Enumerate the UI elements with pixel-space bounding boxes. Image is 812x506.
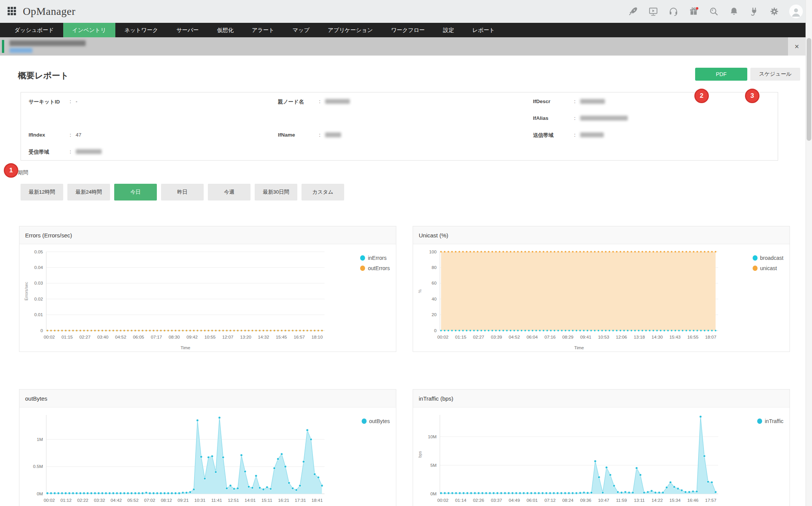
nav-tab[interactable]: アプリケーション bbox=[319, 23, 382, 37]
svg-text:16:21: 16:21 bbox=[278, 498, 289, 503]
chart-legend: outBytes bbox=[362, 418, 390, 424]
field-ifname: IfName : bbox=[278, 132, 533, 149]
svg-text:10:31: 10:31 bbox=[194, 498, 205, 503]
svg-text:00:02: 00:02 bbox=[44, 498, 55, 503]
svg-text:06:05: 06:05 bbox=[133, 334, 144, 339]
top-bar: OpManager bbox=[0, 0, 812, 23]
svg-text:18:07: 18:07 bbox=[705, 334, 716, 339]
field-rx-bandwidth: 受信帯域 : bbox=[29, 149, 278, 165]
bell-icon[interactable] bbox=[729, 6, 739, 17]
svg-text:12:07: 12:07 bbox=[222, 334, 233, 339]
chart-panel-outbytes: outBytes 1M0.5M0M00:0201:1202:2203:3204:… bbox=[19, 389, 396, 506]
svg-text:01:15: 01:15 bbox=[62, 334, 73, 339]
svg-text:%: % bbox=[418, 289, 422, 293]
headset-icon[interactable] bbox=[668, 6, 678, 17]
chart-title: Errors (Errors/sec) bbox=[19, 226, 396, 244]
search-icon[interactable] bbox=[708, 6, 719, 17]
plug-icon[interactable] bbox=[749, 6, 759, 17]
presentation-icon[interactable] bbox=[648, 6, 658, 17]
nav-tab[interactable]: 仮想化 bbox=[208, 23, 243, 37]
nav-tab[interactable]: ネットワーク bbox=[115, 23, 168, 37]
nav-tab[interactable]: 設定 bbox=[434, 23, 463, 37]
period-button[interactable]: 最新24時間 bbox=[67, 184, 110, 200]
svg-text:13:20: 13:20 bbox=[240, 334, 252, 339]
svg-text:1M: 1M bbox=[37, 437, 43, 442]
legend-dot bbox=[753, 266, 758, 271]
svg-text:09:42: 09:42 bbox=[187, 334, 198, 339]
svg-text:0.04: 0.04 bbox=[34, 265, 43, 270]
annotation-badge-1: 1 bbox=[4, 163, 18, 178]
chart-legend: inTraffic bbox=[757, 418, 783, 424]
nav-tab[interactable]: レポート bbox=[463, 23, 504, 37]
field-label: 受信帯域 bbox=[29, 149, 70, 156]
redacted-value bbox=[325, 99, 350, 104]
svg-text:16:55: 16:55 bbox=[687, 334, 699, 339]
vertical-scrollbar bbox=[806, 0, 812, 506]
svg-text:07:12: 07:12 bbox=[544, 498, 555, 503]
svg-text:11:41: 11:41 bbox=[211, 498, 222, 503]
unicast-chart: 10080604020000:0201:1502:2703:3904:5206:… bbox=[416, 247, 743, 362]
svg-text:15:43: 15:43 bbox=[670, 334, 681, 339]
field-tx-bandwidth: 送信帯域 : bbox=[533, 132, 778, 149]
close-icon[interactable]: × bbox=[788, 37, 806, 56]
apps-grid-icon[interactable] bbox=[8, 7, 17, 16]
nav-tab[interactable]: インベントリ bbox=[63, 23, 115, 37]
field-value: - bbox=[76, 99, 78, 104]
legend-label: inTraffic bbox=[765, 418, 783, 424]
legend-dot bbox=[360, 266, 365, 271]
svg-text:bps: bps bbox=[418, 451, 422, 458]
charts-grid: Errors (Errors/sec) 0.050.040.030.020.01… bbox=[19, 226, 790, 506]
scrollbar-thumb[interactable] bbox=[807, 38, 811, 141]
svg-text:09:41: 09:41 bbox=[580, 334, 591, 339]
period-button[interactable]: カスタム bbox=[302, 184, 344, 200]
svg-text:80: 80 bbox=[432, 265, 437, 270]
svg-text:12:51: 12:51 bbox=[228, 498, 239, 503]
outbytes-chart: 1M0.5M0M00:0201:1202:2203:3204:4205:5207… bbox=[22, 410, 350, 506]
gear-icon[interactable] bbox=[769, 6, 779, 17]
period-button[interactable]: 最新12時間 bbox=[21, 184, 63, 200]
svg-text:0: 0 bbox=[434, 328, 437, 333]
period-button[interactable]: 今日 bbox=[114, 184, 157, 200]
legend-item[interactable]: unicast bbox=[753, 265, 783, 271]
banner-accent-bar bbox=[2, 40, 4, 53]
banner-redacted-link[interactable] bbox=[10, 48, 32, 53]
legend-dot bbox=[362, 418, 367, 424]
legend-item[interactable]: outBytes bbox=[362, 418, 390, 424]
nav-tab[interactable]: サーバー bbox=[167, 23, 208, 37]
svg-text:0.01: 0.01 bbox=[34, 312, 43, 317]
field-label: IfName bbox=[278, 132, 319, 138]
chart-panel-errors: Errors (Errors/sec) 0.050.040.030.020.01… bbox=[19, 226, 396, 352]
svg-text:02:22: 02:22 bbox=[77, 498, 88, 503]
svg-text:Time: Time bbox=[574, 345, 584, 350]
gift-icon[interactable] bbox=[688, 6, 699, 17]
chart-title: inTraffic (bps) bbox=[413, 390, 790, 407]
svg-text:03:37: 03:37 bbox=[491, 498, 502, 503]
svg-text:12:06: 12:06 bbox=[616, 334, 627, 339]
svg-text:02:27: 02:27 bbox=[80, 334, 91, 339]
svg-text:0.05: 0.05 bbox=[34, 249, 43, 254]
svg-text:0.03: 0.03 bbox=[34, 280, 43, 285]
nav-tab[interactable]: ワークフロー bbox=[382, 23, 434, 37]
legend-item[interactable]: broadcast bbox=[753, 255, 783, 261]
user-avatar[interactable] bbox=[789, 5, 803, 18]
svg-text:03:32: 03:32 bbox=[94, 498, 105, 503]
field-parent-node: 親ノード名 : bbox=[278, 99, 533, 115]
rocket-icon[interactable] bbox=[628, 6, 638, 17]
legend-item[interactable]: inTraffic bbox=[757, 418, 783, 424]
pdf-button[interactable]: PDF bbox=[695, 68, 747, 81]
period-button[interactable]: 最新30日間 bbox=[255, 184, 297, 200]
svg-text:16:57: 16:57 bbox=[294, 334, 305, 339]
redacted-value bbox=[580, 99, 605, 104]
legend-item[interactable]: inErrors bbox=[360, 255, 390, 261]
svg-text:04:52: 04:52 bbox=[509, 334, 520, 339]
svg-text:0M: 0M bbox=[430, 491, 436, 496]
legend-label: outErrors bbox=[368, 265, 390, 271]
nav-tab[interactable]: ダッシュボード bbox=[5, 23, 63, 37]
nav-tab[interactable]: アラート bbox=[242, 23, 283, 37]
period-button[interactable]: 昨日 bbox=[161, 184, 204, 200]
nav-tab[interactable]: マップ bbox=[284, 23, 319, 37]
legend-item[interactable]: outErrors bbox=[360, 265, 390, 271]
schedule-button[interactable]: スケジュール bbox=[750, 68, 800, 81]
legend-dot bbox=[753, 255, 758, 261]
period-button[interactable]: 今週 bbox=[208, 184, 250, 200]
